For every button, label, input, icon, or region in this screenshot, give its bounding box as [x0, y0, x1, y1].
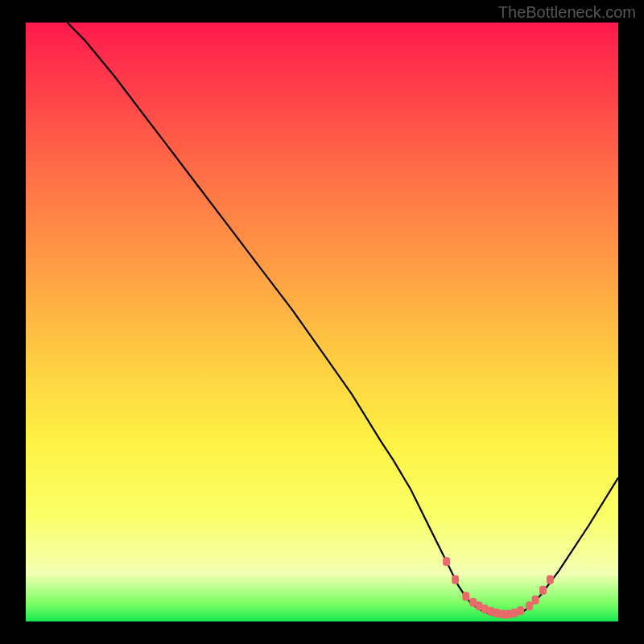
marker-point: [526, 601, 533, 610]
marker-point: [547, 575, 554, 584]
marker-point: [539, 586, 547, 595]
bottleneck-curve: [68, 23, 619, 616]
marker-point: [462, 592, 469, 601]
chart-area: [26, 23, 618, 621]
marker-point: [517, 606, 524, 615]
chart-svg: [26, 23, 618, 621]
marker-point: [532, 596, 539, 605]
marker-point: [452, 575, 459, 584]
watermark-text: TheBottleneck.com: [498, 3, 636, 22]
marker-point: [443, 557, 450, 566]
